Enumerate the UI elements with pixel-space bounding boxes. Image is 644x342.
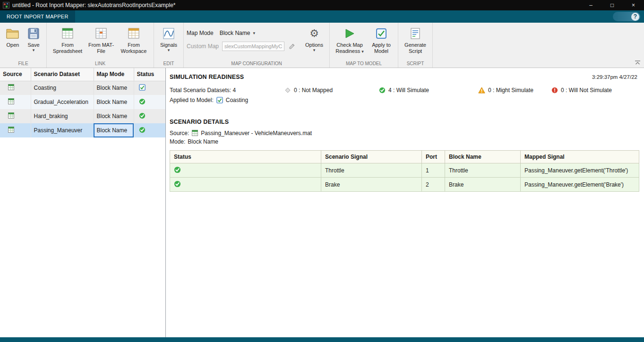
from-workspace-button[interactable]: From Workspace <box>117 24 151 55</box>
save-button[interactable]: Save ▾ <box>24 24 43 53</box>
details-port[interactable]: 1 <box>422 163 445 178</box>
details-header-status[interactable]: Status <box>170 151 321 163</box>
scenario-row-coasting[interactable]: Coasting Block Name <box>0 81 165 95</box>
window-title: untitled - Root Inport Mapper: slexAutot… <box>12 2 176 9</box>
readiness-panel: SIMULATION READINESS 3:29:37pm 4/27/22 T… <box>166 68 644 337</box>
header-map-mode[interactable]: Map Mode <box>94 68 134 81</box>
close-button[interactable]: × <box>623 0 644 10</box>
stat-might-simulate: 0 : Might Simulate <box>478 87 551 94</box>
toolstrip-ribbon: Open Save ▾ FILE From Spread <box>0 23 644 68</box>
generate-script-label: Generate Script <box>403 42 428 54</box>
dataset-source-icon <box>8 84 15 91</box>
scenario-details-title: SCENARIO DETAILS <box>170 119 637 125</box>
details-header-port[interactable]: Port <box>422 151 445 163</box>
apply-check-icon <box>376 26 387 41</box>
minimize-button[interactable]: – <box>580 0 601 10</box>
check-readiness-play-icon <box>344 26 355 41</box>
from-mat-file-label: From MAT-File <box>87 42 115 54</box>
dataset-name[interactable]: Passing_Maneuver <box>31 123 94 137</box>
mat-file-icon <box>94 26 108 41</box>
options-dropdown-icon: ▾ <box>313 48 316 52</box>
details-header-scenario-signal[interactable]: Scenario Signal <box>321 151 422 163</box>
dataset-map-mode-focused[interactable]: Block Name <box>94 123 134 137</box>
dataset-name[interactable]: Gradual_Acceleration <box>31 95 94 109</box>
check-readiness-dropdown-icon: ▾ <box>361 49 364 54</box>
timestamp: 3:29:37pm 4/27/22 <box>592 74 637 80</box>
details-row-brake[interactable]: Brake 2 Brake Passing_Maneuver.getElemen… <box>170 178 639 192</box>
file-section-label: FILE <box>3 60 43 68</box>
app-icon <box>2 1 10 9</box>
ribbon-section-script: Generate Script SCRIPT <box>398 23 433 68</box>
root-inport-mapper-window: untitled - Root Inport Mapper: slexAutot… <box>0 0 644 342</box>
collapse-ribbon-button[interactable] <box>634 60 641 66</box>
applied-to-model-label: Applied to Model: <box>170 97 214 103</box>
map-mode-dropdown-icon: ▾ <box>253 31 255 35</box>
header-scenario-dataset[interactable]: Scenario Dataset <box>31 68 94 81</box>
details-scenario-signal[interactable]: Brake <box>321 178 422 192</box>
help-button[interactable]: ? <box>631 13 639 21</box>
dataset-map-mode[interactable]: Block Name <box>94 109 134 123</box>
help-pill: ? <box>613 12 640 21</box>
open-button[interactable]: Open <box>3 24 23 49</box>
apply-to-model-label: Apply to Model <box>369 42 394 54</box>
total-scenario-datasets: Total Scenario Datasets: 4 <box>170 87 284 94</box>
save-disk-icon <box>27 26 40 41</box>
might-simulate-warning-icon <box>478 87 485 94</box>
dataset-source-icon <box>8 126 15 133</box>
details-header-block-name[interactable]: Block Name <box>445 151 521 163</box>
not-mapped-icon <box>284 87 291 94</box>
header-source[interactable]: Source <box>0 68 31 81</box>
ribbon-section-file: Open Save ▾ FILE <box>0 23 47 68</box>
scenario-details-table: Status Scenario Signal Port Block Name M… <box>170 150 639 192</box>
from-workspace-label: From Workspace <box>117 42 150 54</box>
dataset-name[interactable]: Hard_braking <box>31 109 94 123</box>
dataset-map-mode[interactable]: Block Name <box>94 81 134 95</box>
scenario-row-gradual-acceleration[interactable]: Gradual_Acceleration Block Name <box>0 95 165 109</box>
signals-waveform-icon <box>163 26 175 41</box>
maximize-button[interactable]: □ <box>601 0 623 10</box>
details-block-name[interactable]: Throttle <box>445 163 521 178</box>
signals-dropdown-icon: ▾ <box>168 48 170 52</box>
generate-script-button[interactable]: Generate Script <box>401 24 429 55</box>
dataset-name[interactable]: Coasting <box>31 81 94 95</box>
scenario-row-hard-braking[interactable]: Hard_braking Block Name <box>0 109 165 123</box>
header-status[interactable]: Status <box>134 68 165 81</box>
mode-label: Mode: <box>170 138 185 145</box>
apply-to-model-button[interactable]: Apply to Model <box>368 24 395 55</box>
dataset-map-mode[interactable]: Block Name <box>94 95 134 109</box>
ribbon-filler <box>433 23 644 68</box>
signals-button[interactable]: Signals ▾ <box>157 24 180 53</box>
stat-will-simulate: 4 : Will Simulate <box>379 87 478 94</box>
details-mapped-signal[interactable]: Passing_Maneuver.getElement('Throttle') <box>521 163 639 178</box>
stat-will-not-simulate: 0 : Will Not Simulate <box>551 87 612 94</box>
custom-map-label: Custom Map <box>187 43 219 50</box>
details-block-name[interactable]: Brake <box>445 178 521 192</box>
stat-not-mapped: 0 : Not Mapped <box>284 87 379 94</box>
check-map-readiness-button[interactable]: Check Map Readiness ▾ <box>333 24 367 55</box>
details-header-mapped-signal[interactable]: Mapped Signal <box>521 151 639 163</box>
will-simulate-icon <box>379 87 386 94</box>
map-mode-dropdown[interactable]: Block Name ▾ <box>217 29 258 37</box>
from-spreadsheet-button[interactable]: From Spreadsheet <box>50 24 86 55</box>
dataset-source-icon <box>8 98 15 105</box>
from-mat-file-button[interactable]: From MAT-File <box>86 24 116 55</box>
applied-to-model-value: Coasting <box>226 97 248 103</box>
details-mapped-signal[interactable]: Passing_Maneuver.getElement('Brake') <box>521 178 639 192</box>
map-mode-value: Block Name <box>220 30 250 36</box>
details-port[interactable]: 2 <box>422 178 445 192</box>
check-map-readiness-label: Check Map Readiness <box>335 42 363 54</box>
map-to-model-section-label: MAP TO MODEL <box>333 60 395 68</box>
options-button[interactable]: ⚙ Options ▾ <box>302 24 326 53</box>
map-mode-label: Map Mode <box>187 30 214 36</box>
details-scenario-signal[interactable]: Throttle <box>321 163 422 178</box>
tab-root-inport-mapper[interactable]: ROOT INPORT MAPPER <box>0 10 75 23</box>
link-section-label: LINK <box>50 60 151 68</box>
script-document-icon <box>410 26 421 41</box>
ribbon-section-map-configuration: Map Mode Block Name ▾ Custom Map <box>184 23 330 68</box>
will-simulate-icon <box>139 112 146 119</box>
toolstrip-tab-bar: ROOT INPORT MAPPER ? <box>0 10 644 23</box>
custom-map-browse-icon <box>288 42 296 51</box>
scenario-row-passing-maneuver[interactable]: Passing_Maneuver Block Name <box>0 123 165 137</box>
details-row-throttle[interactable]: Throttle 1 Throttle Passing_Maneuver.get… <box>170 163 639 178</box>
open-folder-icon <box>6 26 20 41</box>
